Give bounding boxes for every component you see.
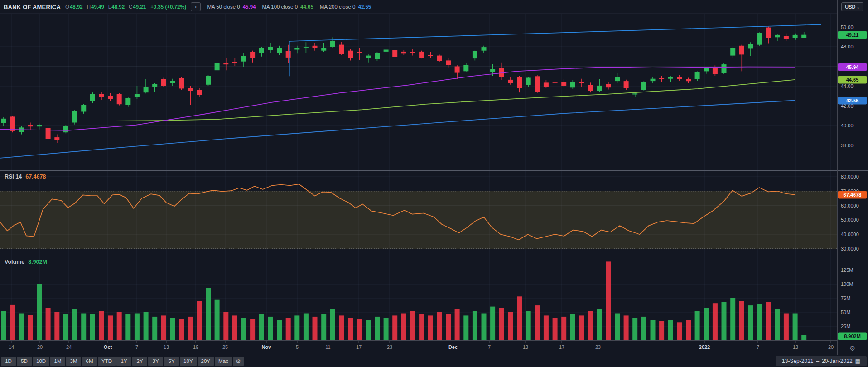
ohlc-value: 49.21 <box>133 4 146 10</box>
axis-tick-label: 50M <box>841 309 850 315</box>
axis-tick-label: 60.0000 <box>841 203 859 208</box>
date-range-button[interactable]: 13-Sep-2021 – 20-Jan-2022 ▦ <box>776 356 867 366</box>
ohlc-value: 49.49 <box>91 4 104 10</box>
time-tick-label: 20 <box>37 344 43 350</box>
ma-legend-value: 44.65 <box>300 4 313 10</box>
axis-tick-label: 25M <box>841 324 850 329</box>
time-tick-label: 17 <box>356 344 362 350</box>
time-tick-label: 7 <box>135 344 138 350</box>
time-tick-label: 17 <box>559 344 564 350</box>
range-button-20y[interactable]: 20Y <box>198 357 214 366</box>
time-tick-label: 19 <box>193 344 198 350</box>
axis-tick-label: 50.0000 <box>841 217 859 222</box>
date-from: 13-Sep-2021 <box>782 358 813 364</box>
ohlc-item: C49.21 <box>129 4 146 10</box>
time-tick-label: Dec <box>448 344 458 350</box>
rsi-value: 67.4678 <box>25 174 46 180</box>
ma-legend: MA 50 close 045.94MA 100 close 044.65MA … <box>207 4 371 10</box>
rsi-label: RSI 14 <box>5 174 22 180</box>
ohlc-item: O48.92 <box>65 4 83 10</box>
legend-collapse-button[interactable]: ‹ <box>191 2 201 11</box>
range-button-5d[interactable]: 5D <box>17 357 32 366</box>
axis-tick-label: 50.00 <box>841 24 854 30</box>
ma-legend-label: MA 100 close 0 <box>262 4 298 10</box>
range-button-3y[interactable]: 3Y <box>148 357 163 366</box>
range-button-1y[interactable]: 1Y <box>116 357 131 366</box>
last-volume-badge: 8.902M <box>838 332 867 340</box>
time-tick-label: 24 <box>66 344 72 350</box>
axis-tick-label: 100M <box>841 281 854 287</box>
rsi-pane-legend[interactable]: RSI 14 67.4678 <box>5 174 46 180</box>
range-button-ytd[interactable]: YTD <box>98 357 116 366</box>
ma-legend-item[interactable]: MA 100 close 044.65 <box>262 4 313 10</box>
rsi-value-badge: 67.4678 <box>838 191 867 198</box>
volume-pane-legend[interactable]: Volume 8.902M <box>5 259 47 265</box>
toolbar-settings-gear-icon[interactable]: ⚙ <box>233 357 244 366</box>
axis-tick-label: 44.00 <box>841 83 854 89</box>
ohlc-values: O48.92H49.49L48.92C49.21 <box>65 4 146 10</box>
ohlc-item: H49.49 <box>87 4 104 10</box>
ma200-price-badge: 42.55 <box>838 97 867 104</box>
time-tick-label: 13 <box>523 344 528 350</box>
rsi-band <box>0 191 837 249</box>
currency-label: USD <box>845 4 855 10</box>
time-tick-label: 23 <box>595 344 601 350</box>
ohlc-value: 48.92 <box>111 4 125 10</box>
range-button-5y[interactable]: 5Y <box>164 357 179 366</box>
axis-tick-label: 125M <box>841 267 854 273</box>
date-separator: – <box>816 358 819 364</box>
ohlc-key: L <box>108 4 111 10</box>
time-tick-label: Nov <box>262 344 271 350</box>
ohlc-key: O <box>65 4 69 10</box>
ohlc-key: H <box>87 4 91 10</box>
axis-tick-label: 48.00 <box>841 44 854 49</box>
ma100-price-badge: 44.65 <box>838 76 867 83</box>
grid-lines <box>0 14 837 340</box>
range-button-2y[interactable]: 2Y <box>132 357 147 366</box>
range-toolbar: 1D5D10D1M3M6MYTD1Y2Y3Y5Y10Y20YMax⚙ <box>1 357 244 366</box>
range-button-1m[interactable]: 1M <box>50 357 65 366</box>
range-button-1d[interactable]: 1D <box>1 357 16 366</box>
time-tick-label: 7 <box>757 344 759 350</box>
range-button-10y[interactable]: 10Y <box>180 357 196 366</box>
time-tick-label: 13 <box>793 344 798 350</box>
time-tick-label: 13 <box>164 344 169 350</box>
time-tick-label: 14 <box>9 344 14 350</box>
time-tick-label: 7 <box>488 344 491 350</box>
symbol-title: BANK OF AMERICA <box>4 4 61 10</box>
axis-tick-label: 80.0000 <box>841 174 859 179</box>
range-button-3m[interactable]: 3M <box>66 357 81 366</box>
date-to: 20-Jan-2022 <box>822 358 852 364</box>
volume-value: 8.902M <box>28 259 47 265</box>
ma-legend-value: 45.94 <box>243 4 256 10</box>
change-value: +0.35 (+0.72%) <box>150 4 186 10</box>
ohlc-item: L48.92 <box>108 4 125 10</box>
volume-bars <box>1 261 807 340</box>
time-tick-label: 20 <box>828 344 834 350</box>
range-button-max[interactable]: Max <box>215 357 232 366</box>
chevron-down-icon: ⌄ <box>856 5 860 10</box>
time-axis[interactable]: 142024Oct7131925Nov5111723Dec71317232022… <box>0 341 837 355</box>
ohlc-key: C <box>129 4 132 10</box>
time-tick-label: 2022 <box>699 344 710 350</box>
chart-legend-bar: BANK OF AMERICA O48.92H49.49L48.92C49.21… <box>0 0 837 14</box>
range-button-10d[interactable]: 10D <box>33 357 49 366</box>
range-button-6m[interactable]: 6M <box>82 357 97 366</box>
time-tick-label: 25 <box>222 344 228 350</box>
axis-tick-label: 38.00 <box>841 143 854 148</box>
time-tick-label: 23 <box>387 344 392 350</box>
currency-selector-button[interactable]: USD⌄ <box>841 2 863 11</box>
ma-legend-label: MA 50 close 0 <box>207 4 240 10</box>
ma-legend-item[interactable]: MA 200 close 042.55 <box>320 4 371 10</box>
pane-separators[interactable] <box>0 0 868 355</box>
axis-tick-label: 75M <box>841 295 850 301</box>
ma200-line <box>0 101 795 158</box>
ma-legend-value: 42.55 <box>358 4 371 10</box>
ma-legend-item[interactable]: MA 50 close 045.94 <box>207 4 256 10</box>
time-tick-label: 11 <box>325 344 330 350</box>
price-axis[interactable]: ⚙ 50.0048.0044.0042.0040.0038.0080.00007… <box>837 0 868 355</box>
chart-canvas[interactable] <box>0 0 868 367</box>
axis-tick-label: 40.00 <box>841 123 854 128</box>
time-tick-label: 5 <box>296 344 299 350</box>
axis-settings-gear-icon[interactable]: ⚙ <box>849 344 855 353</box>
